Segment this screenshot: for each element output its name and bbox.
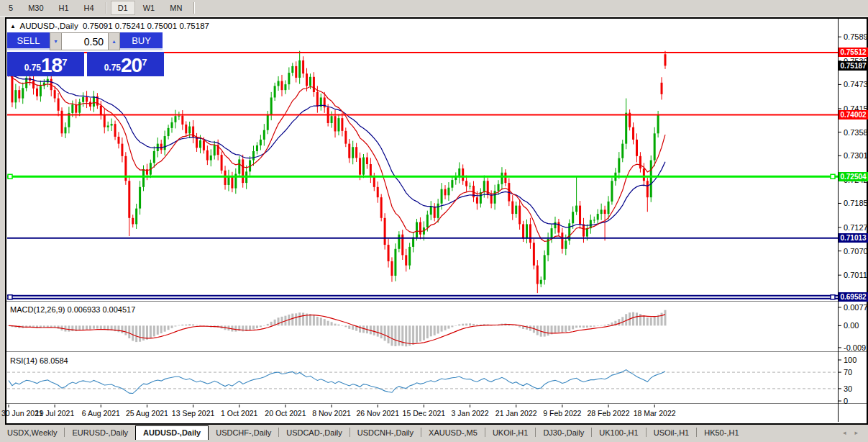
- rsi-value: 68.0584: [40, 356, 68, 365]
- timeframe-button-m30[interactable]: M30: [21, 1, 50, 15]
- timeframe-button-h1[interactable]: H1: [52, 1, 76, 15]
- macd-value-signal: 0.004517: [102, 305, 135, 314]
- tab-scroll-right-icon[interactable]: ▸: [850, 429, 862, 436]
- symbol-marker-icon: ▲: [10, 23, 16, 30]
- symbol-tab-audusd-daily[interactable]: AUDUSD-,Daily: [135, 425, 209, 440]
- sell-price-small: 0.75: [24, 60, 41, 75]
- price-badge: 0.71013: [839, 233, 868, 243]
- buy-price-sup: 7: [142, 52, 147, 73]
- buy-price-box[interactable]: 0.75 20 7: [87, 52, 164, 76]
- timeframe-button-h4[interactable]: H4: [77, 1, 101, 15]
- timeframe-button-d1[interactable]: D1: [111, 1, 135, 15]
- chart-window[interactable]: [5, 17, 868, 425]
- price-badge: 0.75187: [839, 61, 868, 71]
- symbol-tab-eurusd-daily[interactable]: EURUSD-,Daily: [65, 426, 135, 440]
- one-click-trade-panel: SELL ▾ ▴ BUY 0.75 18 7 0.75 20 7: [7, 32, 164, 76]
- price-badge: 0.75512: [839, 48, 868, 57]
- symbol-tab-uk100-h1[interactable]: UK100-,H1: [592, 426, 645, 440]
- toolbar-separator: [106, 2, 107, 14]
- price-badge: 0.72504: [839, 172, 868, 181]
- symbol-tab-ukoil-h1[interactable]: UKOil-,H1: [485, 426, 536, 440]
- macd-label: MACD(12,26,9) 0.006933 0.004517: [10, 305, 135, 314]
- volume-increase-button[interactable]: ▴: [108, 32, 120, 50]
- symbol-tab-usoil-h1[interactable]: USOil-,H1: [647, 426, 697, 440]
- symbol-tab-usdx-weekly[interactable]: USDX,Weekly: [0, 426, 64, 440]
- price-badge: 0.69582: [839, 292, 868, 302]
- quote-open: 0.75091: [83, 22, 113, 30]
- price-badge: 0.74002: [839, 110, 868, 119]
- symbol-tab-xauusd-m5[interactable]: XAUUSD-,M5: [421, 426, 485, 440]
- sell-price-box[interactable]: 0.75 18 7: [7, 52, 84, 76]
- sell-button[interactable]: SELL: [7, 32, 50, 50]
- tab-scroll-left-icon[interactable]: ◂: [839, 429, 851, 436]
- quote-low: 0.75001: [147, 22, 178, 30]
- volume-input[interactable]: [62, 32, 108, 50]
- buy-price-big: 20: [121, 56, 142, 75]
- volume-decrease-button[interactable]: ▾: [50, 32, 62, 50]
- buy-price-small: 0.75: [104, 60, 121, 75]
- buy-button[interactable]: BUY: [120, 32, 163, 50]
- timeframe-button-w1[interactable]: W1: [136, 1, 163, 15]
- toolbar-separator: [193, 2, 195, 14]
- symbol-tab-hk50-h1[interactable]: HK50-,H1: [697, 426, 746, 440]
- timeframe-toolbar: 5M30H1H4D1W1MN: [0, 0, 868, 17]
- quote-close: 0.75187: [179, 22, 209, 30]
- chart-title: ▲ AUDUSD-,Daily 0.75091 0.75241 0.75001 …: [10, 22, 209, 30]
- macd-value-main: 0.006933: [67, 305, 100, 314]
- timeframe-button-mn[interactable]: MN: [163, 1, 189, 15]
- sell-price-sup: 7: [62, 52, 67, 73]
- symbol-tab-dj30-daily[interactable]: DJ30-,Daily: [536, 426, 591, 440]
- symbol-tab-bar: USDX,WeeklyEURUSD-,DailyAUDUSD-,DailyUSD…: [0, 425, 868, 440]
- tab-scroll-arrows: ◂▸: [839, 425, 868, 440]
- chart-title-symbol: AUDUSD-,Daily: [19, 22, 78, 30]
- rsi-label: RSI(14) 68.0584: [10, 356, 68, 365]
- quote-high: 0.75241: [115, 22, 145, 30]
- symbol-tab-usdchf-daily[interactable]: USDCHF-,Daily: [209, 426, 278, 440]
- symbol-tab-usdcnh-daily[interactable]: USDCNH-,Daily: [350, 426, 421, 440]
- symbol-tab-usdcad-daily[interactable]: USDCAD-,Daily: [279, 426, 350, 440]
- sell-price-big: 18: [41, 56, 62, 75]
- timeframe-button-5[interactable]: 5: [1, 1, 20, 15]
